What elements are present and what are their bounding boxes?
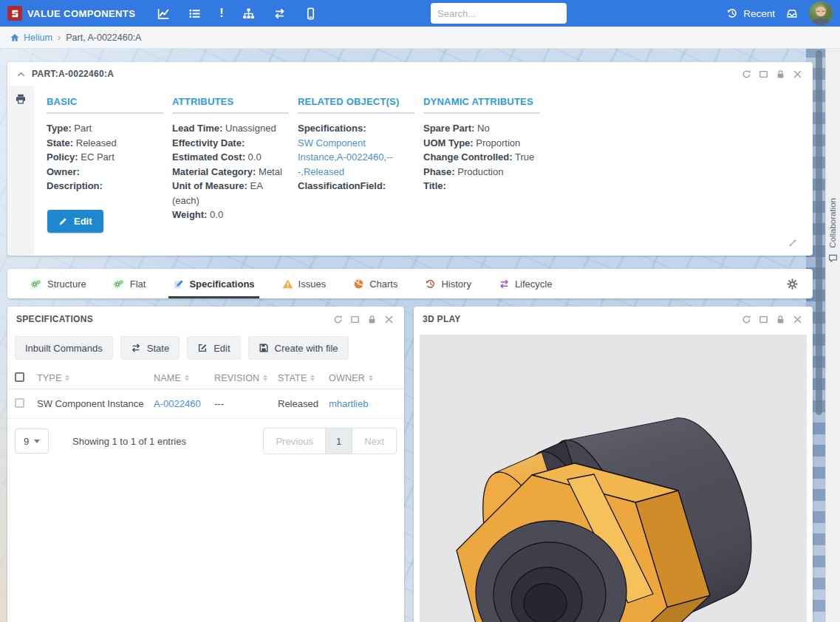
refresh-icon[interactable] <box>333 315 343 324</box>
gears-icon <box>114 278 125 290</box>
top-navbar: VALUE COMPONENTS ! Recent <box>0 0 840 27</box>
page-1-button[interactable]: 1 <box>325 428 352 454</box>
sort-icon[interactable] <box>369 375 373 381</box>
sort-icon[interactable] <box>310 375 315 381</box>
part-panel-body: BASIC Type: Part State: Released Policy:… <box>7 86 813 256</box>
cell-name-link[interactable]: A-0022460 <box>154 398 214 409</box>
field: Material Category: Metal <box>172 165 289 180</box>
history-icon <box>726 7 738 19</box>
recent-label: Recent <box>743 8 775 19</box>
field: Phase: Production <box>423 165 540 180</box>
field: UOM Type: Proportion <box>423 136 540 151</box>
section-title: ATTRIBUTES <box>172 96 289 114</box>
tab-specifications[interactable]: Specifications <box>173 269 254 298</box>
specifications-title: SPECIFICATIONS <box>16 314 93 324</box>
field: State: Released <box>47 136 163 151</box>
close-icon[interactable] <box>384 315 394 324</box>
pagination-summary: Showing 1 to 1 of 1 entries <box>72 436 186 447</box>
inbox-icon[interactable] <box>786 7 798 19</box>
sort-icon[interactable] <box>65 375 69 381</box>
field: Type: Part <box>47 121 163 136</box>
previous-button[interactable]: Previous <box>263 428 326 454</box>
cell-revision: --- <box>214 398 278 409</box>
edit-button[interactable]: Edit <box>47 210 103 233</box>
chart-line-icon[interactable] <box>157 7 170 20</box>
field: Unit of Measure: EA (each) <box>172 179 289 208</box>
part-panel-header: PART:A-0022460:A <box>7 62 813 86</box>
state-button[interactable]: State <box>120 336 180 360</box>
scrollbar-thumb[interactable] <box>816 50 822 415</box>
print-icon[interactable] <box>15 93 27 105</box>
edit-button[interactable]: Edit <box>187 336 240 360</box>
search-input[interactable] <box>437 8 567 19</box>
exchange-arrows-icon <box>499 278 510 290</box>
specification-link[interactable]: SW Component Instance,A-0022460,---,Rele… <box>298 136 414 180</box>
column-type[interactable]: TYPE <box>37 373 61 383</box>
brand[interactable]: VALUE COMPONENTS <box>7 6 135 21</box>
exchange-icon <box>131 343 141 353</box>
column-owner[interactable]: OWNER <box>329 373 365 383</box>
breadcrumb: Helium › Part, A-0022460:A <box>0 27 840 49</box>
refresh-icon[interactable] <box>742 69 751 79</box>
column-state[interactable]: STATE <box>278 373 307 383</box>
resize-handle-icon[interactable] <box>788 238 798 251</box>
3d-viewport[interactable] <box>420 335 807 622</box>
inbuilt-commands-button[interactable]: Inbuilt Commands <box>15 336 113 360</box>
lock-icon[interactable] <box>367 315 377 324</box>
table-header: TYPE NAME REVISION STATE OWNER <box>7 367 404 389</box>
tab-structure[interactable]: Structure <box>31 269 86 298</box>
3d-model-part <box>420 335 807 622</box>
maximize-icon[interactable] <box>759 69 768 79</box>
column-name[interactable]: NAME <box>154 373 181 383</box>
home-icon <box>10 33 20 43</box>
sitemap-icon[interactable] <box>242 7 255 20</box>
cell-owner-link[interactable]: mhartlieb <box>329 398 388 409</box>
refresh-icon[interactable] <box>742 315 751 324</box>
collaboration-rail <box>825 49 840 622</box>
tab-issues[interactable]: Issues <box>282 269 327 298</box>
next-button[interactable]: Next <box>352 428 397 454</box>
collapse-chevron-up-icon[interactable] <box>16 69 26 79</box>
tab-lifecycle[interactable]: Lifecycle <box>499 269 553 298</box>
field: Weight: 0.0 <box>172 208 289 222</box>
sort-icon[interactable] <box>263 375 267 381</box>
field: Description: <box>47 179 163 194</box>
section-related-objects: RELATED OBJECT(S) Specifications: SW Com… <box>298 96 414 256</box>
3d-play-header: 3D PLAY <box>414 307 813 332</box>
field: Lead Time: Unassigned <box>172 121 289 136</box>
pencil-icon <box>58 216 68 226</box>
mobile-icon[interactable] <box>304 7 317 20</box>
user-avatar[interactable] <box>809 1 833 25</box>
tab-flat[interactable]: Flat <box>114 269 146 298</box>
close-icon[interactable] <box>793 315 802 324</box>
cell-type: SW Component Instance <box>37 398 154 409</box>
maximize-icon[interactable] <box>350 315 360 324</box>
create-with-file-button[interactable]: Create with file <box>248 336 349 360</box>
column-revision[interactable]: REVISION <box>214 373 259 383</box>
lock-icon[interactable] <box>776 69 785 79</box>
field: Specifications: <box>298 121 414 136</box>
exchange-icon[interactable] <box>273 7 286 20</box>
pagination: 9 Showing 1 to 1 of 1 entries Previous 1… <box>7 428 404 454</box>
tab-settings-gear-icon[interactable] <box>787 278 798 290</box>
exclamation-icon[interactable]: ! <box>219 7 223 19</box>
sort-icon[interactable] <box>185 375 189 381</box>
maximize-icon[interactable] <box>759 315 768 324</box>
list-icon[interactable] <box>188 7 201 20</box>
row-checkbox[interactable] <box>15 398 24 408</box>
tab-history[interactable]: History <box>425 269 471 298</box>
specifications-panel-header: SPECIFICATIONS <box>7 307 404 332</box>
window-controls <box>333 315 394 324</box>
close-icon[interactable] <box>793 69 802 79</box>
part-attribute-columns: BASIC Type: Part State: Released Policy:… <box>34 86 540 256</box>
breadcrumb-home-link[interactable]: Helium <box>10 33 52 43</box>
pie-chart-icon <box>353 278 364 290</box>
select-all-checkbox[interactable] <box>15 372 24 382</box>
collaboration-tab[interactable]: Collaboration <box>825 198 840 263</box>
lock-icon[interactable] <box>776 315 785 324</box>
page-size-select[interactable]: 9 <box>15 428 49 454</box>
tab-charts[interactable]: Charts <box>353 269 397 298</box>
collaboration-label: Collaboration <box>828 198 837 248</box>
chat-bubble-icon <box>828 253 838 263</box>
recent-button[interactable]: Recent <box>726 7 775 19</box>
